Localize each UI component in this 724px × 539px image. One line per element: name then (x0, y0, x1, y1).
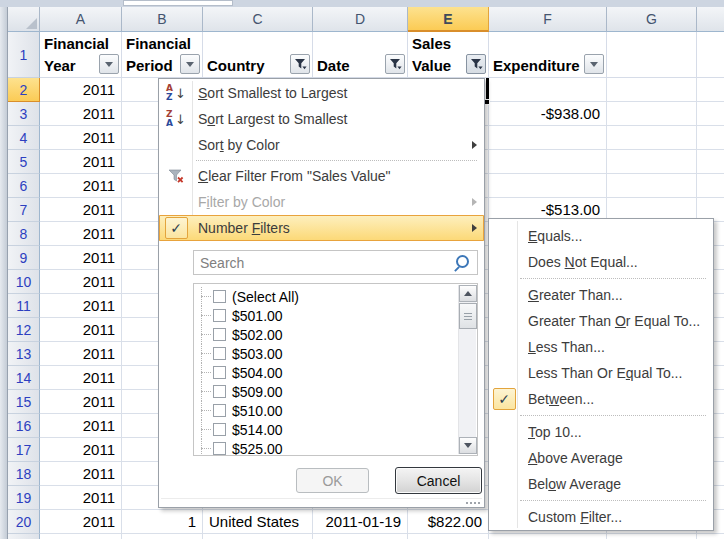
row-number[interactable]: 18 (8, 462, 40, 486)
filter-value-501-00[interactable]: $501.00 (196, 306, 456, 325)
menu-item-filter-by-color[interactable]: Filter by Color (159, 189, 484, 215)
cell-partial[interactable] (697, 32, 724, 78)
menu-item-sort-by-color[interactable]: Sort by Color (159, 132, 484, 158)
cell-year[interactable]: 2011 (40, 318, 122, 342)
column-header-b[interactable]: B (122, 7, 203, 32)
row-number[interactable]: 11 (8, 294, 40, 318)
menu-item-less-than-or-equal-to[interactable]: Less Than Or Equal To... (489, 360, 713, 386)
cell-year[interactable]: 2011 (40, 246, 122, 270)
menu-item-does-not-equal[interactable]: Does Not Equal... (489, 249, 713, 275)
scroll-down-button[interactable] (459, 437, 477, 454)
menu-item-below-average[interactable]: Below Average (489, 471, 713, 497)
column-header-f[interactable]: F (489, 7, 607, 32)
cell-year[interactable]: 2011 (40, 462, 122, 486)
checkbox[interactable] (213, 385, 226, 398)
cell-partial[interactable] (697, 174, 724, 198)
cell-g1-empty[interactable] (607, 32, 697, 78)
row-number[interactable]: 4 (8, 126, 40, 150)
menu-item-custom-filter[interactable]: Custom Filter... (489, 504, 713, 530)
filter-button-expenditure[interactable] (584, 54, 604, 74)
filter-button-financial-period[interactable] (180, 54, 200, 74)
cell-year[interactable]: 2011 (40, 366, 122, 390)
cell-expenditure[interactable] (489, 174, 607, 198)
cell-expenditure[interactable]: -$938.00 (489, 102, 607, 126)
cell-empty[interactable] (607, 534, 697, 539)
cell-year[interactable]: 2011 (40, 390, 122, 414)
checkbox[interactable] (213, 328, 226, 341)
cell-year[interactable]: 2011 (40, 414, 122, 438)
row-number[interactable]: 12 (8, 318, 40, 342)
scrollbar-thumb[interactable] (459, 303, 477, 329)
resize-grip[interactable] (466, 502, 480, 504)
row-number[interactable]: 16 (8, 414, 40, 438)
filter-button-sales-value-open[interactable] (466, 54, 486, 74)
menu-item-sort-largest-to-smallest[interactable]: ZA↓ Sort Largest to Smallest (159, 106, 484, 132)
cell-d1-date[interactable]: Date (313, 32, 408, 78)
row-number[interactable]: 2 (8, 78, 40, 102)
cell-b1-financial-period[interactable]: Financial Period (122, 32, 203, 78)
cell-year[interactable]: 2011 (40, 102, 122, 126)
menu-item-greater-than-or-equal-to[interactable]: Greater Than Or Equal To... (489, 308, 713, 334)
menu-item-above-average[interactable]: Above Average (489, 445, 713, 471)
filter-button-country[interactable] (290, 54, 310, 74)
filter-search-input[interactable] (193, 250, 478, 275)
column-header-c[interactable]: C (203, 7, 313, 32)
cell-year[interactable]: 2011 (40, 438, 122, 462)
cell-date[interactable]: 2011-01-19 (313, 510, 408, 534)
cell-partial[interactable] (697, 126, 724, 150)
menu-item-sort-smallest-to-largest[interactable]: AZ↓ Sort Smallest to Largest (159, 80, 484, 106)
row-number[interactable]: 19 (8, 486, 40, 510)
checkbox[interactable] (213, 366, 226, 379)
row-number[interactable]: 14 (8, 366, 40, 390)
cell-partial[interactable] (697, 78, 724, 102)
cell-year[interactable]: 2011 (40, 150, 122, 174)
cell-partial[interactable] (697, 102, 724, 126)
filter-value-510-00[interactable]: $510.00 (196, 401, 456, 420)
menu-item-number-filters[interactable]: ✓ Number Filters (159, 215, 484, 241)
cell-sales-value[interactable]: $822.00 (408, 510, 489, 534)
cell-year[interactable]: 2011 (40, 198, 122, 222)
cell-empty[interactable] (607, 150, 697, 174)
list-scrollbar[interactable] (458, 285, 476, 454)
cell-sales-value[interactable] (408, 534, 489, 539)
row-number[interactable]: 3 (8, 102, 40, 126)
cell-year[interactable]: 2011 (40, 342, 122, 366)
filter-button-financial-year[interactable] (99, 54, 119, 74)
row-number[interactable]: 15 (8, 390, 40, 414)
row-number[interactable]: 7 (8, 198, 40, 222)
column-header-d[interactable]: D (313, 7, 408, 32)
column-header-a[interactable]: A (40, 7, 122, 32)
checkbox[interactable] (213, 309, 226, 322)
cell-e1-sales-value[interactable]: Sales Value (408, 32, 489, 78)
cell-year[interactable] (40, 534, 122, 539)
cell-year[interactable]: 2011 (40, 294, 122, 318)
filter-value-504-00[interactable]: $504.00 (196, 363, 456, 382)
row-number[interactable]: 20 (8, 510, 40, 534)
column-header-g[interactable]: G (607, 7, 697, 32)
cell-expenditure[interactable] (489, 534, 607, 539)
scroll-up-button[interactable] (459, 285, 477, 302)
checkbox[interactable] (213, 442, 226, 455)
row-number[interactable]: 8 (8, 222, 40, 246)
cell-period[interactable] (122, 534, 203, 539)
cell-year[interactable]: 2011 (40, 222, 122, 246)
menu-item-top-10[interactable]: Top 10... (489, 419, 713, 445)
filter-value-514-00[interactable]: $514.00 (196, 420, 456, 439)
cell-empty[interactable] (607, 78, 697, 102)
row-number[interactable]: 13 (8, 342, 40, 366)
checkbox[interactable] (213, 423, 226, 436)
filter-value-503-00[interactable]: $503.00 (196, 344, 456, 363)
filter-value-select-all[interactable]: (Select All) (196, 287, 456, 306)
menu-item-equals[interactable]: Equals... (489, 223, 713, 249)
cell-empty[interactable] (607, 174, 697, 198)
cell-year[interactable]: 2011 (40, 174, 122, 198)
row-number[interactable] (8, 534, 40, 539)
cell-country[interactable] (203, 534, 313, 539)
row-number[interactable]: 10 (8, 270, 40, 294)
menu-item-greater-than[interactable]: Greater Than... (489, 282, 713, 308)
cell-expenditure[interactable] (489, 126, 607, 150)
search-icon[interactable] (456, 255, 469, 268)
filter-button-date[interactable] (385, 54, 405, 74)
cell-f1-expenditure[interactable]: Expenditure (489, 32, 607, 78)
cell-year[interactable]: 2011 (40, 78, 122, 102)
